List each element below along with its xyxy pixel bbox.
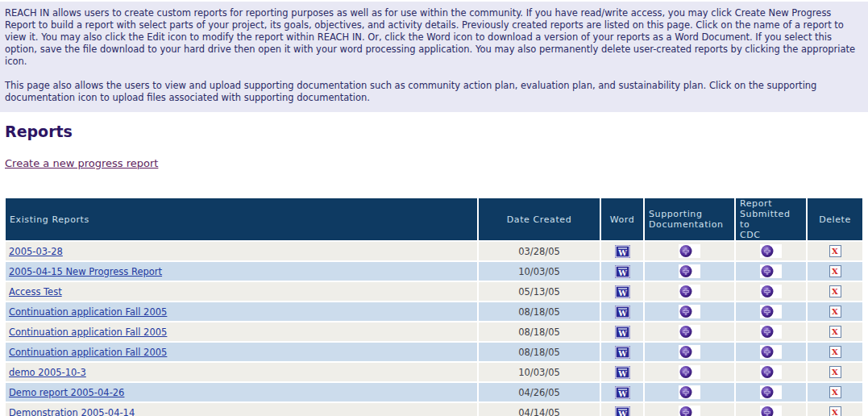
supporting-documentation-add-circle-icon[interactable] — [679, 285, 700, 298]
column-header-report-submitted-cdc: Report Submitted to CDC — [736, 198, 806, 240]
report-submitted-cdc-cell — [736, 343, 806, 361]
delete-x-icon[interactable]: X — [829, 245, 841, 257]
report-submitted-cdc-add-circle-icon[interactable] — [760, 406, 782, 416]
table-row: 2005-03-2803/28/05 W X — [6, 242, 862, 260]
report-name-link[interactable]: demo 2005-10-3 — [9, 367, 86, 378]
word-doc-icon[interactable]: W — [615, 326, 630, 339]
report-name-link[interactable]: Continuation application Fall 2005 — [9, 327, 167, 338]
report-submitted-cdc-cell — [736, 363, 806, 381]
delete-x-icon[interactable]: X — [829, 306, 841, 318]
report-name-cell: Demonstration 2005-04-14 — [6, 403, 477, 416]
existing-reports-table: Existing Reports Date Created Word Suppo… — [4, 197, 864, 416]
report-name-cell: demo 2005-10-3 — [6, 363, 477, 381]
report-name-cell: Continuation application Fall 2005 — [6, 322, 477, 341]
supporting-documentation-add-circle-icon[interactable] — [679, 365, 700, 379]
delete-cell: X — [808, 302, 862, 321]
delete-x-icon[interactable]: X — [829, 326, 841, 338]
date-created-cell: 08/18/05 — [479, 322, 600, 341]
supporting-documentation-add-circle-icon[interactable] — [679, 406, 700, 416]
report-name-cell: Continuation application Fall 2005 — [6, 343, 477, 361]
word-doc-icon[interactable]: W — [615, 245, 630, 258]
supporting-documentation-add-circle-icon[interactable] — [679, 345, 700, 359]
report-name-cell: 2005-04-15 New Progress Report — [6, 262, 477, 281]
page-title: Reports — [5, 123, 868, 140]
date-created-cell: 10/03/05 — [479, 363, 600, 381]
supporting-documentation-add-circle-icon[interactable] — [679, 264, 700, 278]
delete-cell: X — [808, 363, 862, 381]
report-name-link[interactable]: Continuation application Fall 2005 — [9, 306, 167, 318]
report-submitted-cdc-add-circle-icon[interactable] — [760, 264, 782, 278]
delete-cell: X — [808, 403, 862, 416]
report-submitted-cdc-cell — [736, 383, 806, 401]
svg-text:W: W — [617, 268, 627, 277]
word-doc-icon[interactable]: W — [615, 285, 630, 298]
supporting-documentation-add-circle-icon[interactable] — [679, 305, 700, 318]
delete-cell: X — [808, 343, 862, 361]
supporting-documentation-add-circle-icon[interactable] — [679, 325, 700, 339]
supporting-documentation-add-circle-icon[interactable] — [679, 244, 700, 258]
report-submitted-cdc-add-circle-icon[interactable] — [760, 345, 782, 359]
delete-x-icon[interactable]: X — [829, 265, 841, 277]
report-name-link[interactable]: Demo report 2005-04-26 — [9, 387, 124, 398]
table-row: Continuation application Fall 200508/18/… — [6, 343, 862, 361]
report-name-link[interactable]: Access Test — [9, 286, 62, 297]
svg-text:W: W — [617, 289, 627, 297]
intro-text-block: REACH IN allows users to create custom r… — [0, 2, 868, 112]
report-submitted-cdc-add-circle-icon[interactable] — [760, 365, 782, 379]
svg-text:W: W — [617, 349, 627, 358]
column-header-date-created: Date Created — [479, 198, 600, 240]
date-created-cell: 08/18/05 — [479, 302, 600, 321]
word-doc-icon[interactable]: W — [615, 346, 630, 359]
report-name-link[interactable]: 2005-04-15 New Progress Report — [9, 266, 162, 277]
report-submitted-cdc-add-circle-icon[interactable] — [760, 244, 782, 258]
table-row: 2005-04-15 New Progress Report10/03/05 W… — [6, 262, 862, 281]
word-doc-icon[interactable]: W — [615, 265, 630, 278]
column-header-existing-reports: Existing Reports — [6, 198, 477, 240]
report-submitted-cdc-add-circle-icon[interactable] — [760, 325, 782, 339]
word-cell: W — [601, 282, 643, 301]
svg-text:W: W — [617, 369, 627, 378]
delete-cell: X — [808, 262, 862, 281]
report-submitted-cdc-add-circle-icon[interactable] — [760, 285, 782, 298]
supporting-documentation-cell — [645, 383, 734, 401]
svg-text:W: W — [617, 389, 627, 398]
report-name-cell: Continuation application Fall 2005 — [6, 302, 477, 321]
column-header-delete: Delete — [808, 198, 862, 240]
report-name-link[interactable]: 2005-03-28 — [9, 246, 63, 257]
supporting-documentation-cell — [645, 282, 734, 301]
report-name-cell: 2005-03-28 — [6, 242, 477, 260]
svg-text:W: W — [617, 410, 627, 416]
delete-x-icon[interactable]: X — [829, 406, 841, 416]
supporting-documentation-cell — [645, 322, 734, 341]
delete-x-icon[interactable]: X — [829, 386, 841, 398]
word-cell: W — [601, 322, 643, 341]
report-submitted-cdc-cell — [736, 302, 806, 321]
delete-cell: X — [808, 242, 862, 260]
supporting-documentation-add-circle-icon[interactable] — [679, 385, 700, 399]
supporting-documentation-cell — [645, 262, 734, 281]
report-submitted-cdc-add-circle-icon[interactable] — [760, 385, 782, 399]
word-cell: W — [601, 343, 643, 361]
word-doc-icon[interactable]: W — [615, 306, 630, 318]
report-submitted-cdc-cell — [736, 322, 806, 341]
report-submitted-cdc-add-circle-icon[interactable] — [760, 305, 782, 318]
delete-cell: X — [808, 322, 862, 341]
table-row: Demo report 2005-04-2604/26/05 W X — [6, 383, 862, 401]
word-doc-icon[interactable]: W — [615, 386, 630, 399]
report-name-cell: Demo report 2005-04-26 — [6, 383, 477, 401]
report-name-link[interactable]: Demonstration 2005-04-14 — [9, 407, 135, 416]
word-cell: W — [601, 383, 643, 401]
word-doc-icon[interactable]: W — [615, 406, 630, 416]
delete-cell: X — [808, 282, 862, 301]
word-cell: W — [601, 302, 643, 321]
table-row: Continuation application Fall 200508/18/… — [6, 302, 862, 321]
table-row: Demonstration 2005-04-1404/14/05 W X — [6, 403, 862, 416]
create-report-link[interactable]: Create a new progress report — [5, 157, 158, 169]
delete-x-icon[interactable]: X — [829, 346, 841, 358]
report-name-link[interactable]: Continuation application Fall 2005 — [9, 347, 167, 358]
delete-x-icon[interactable]: X — [829, 366, 841, 378]
delete-x-icon[interactable]: X — [829, 285, 841, 297]
intro-paragraph-1: REACH IN allows users to create custom r… — [5, 7, 862, 68]
report-name-cell: Access Test — [6, 282, 477, 301]
word-doc-icon[interactable]: W — [615, 366, 630, 379]
